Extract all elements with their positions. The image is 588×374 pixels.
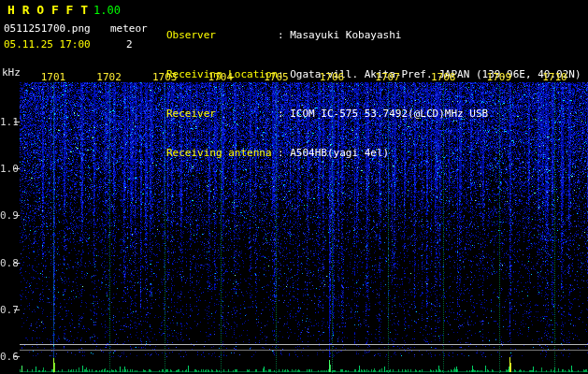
app-version: 1.00 (93, 4, 121, 17)
freq-axis-unit: kHz (2, 66, 21, 79)
meteor-counter-value: 2 (126, 38, 133, 50)
station-info: Observer: Masayuki Kobayashi Receiving L… (166, 3, 581, 186)
info-label-antenna: Receiving antenna (166, 147, 278, 160)
freq-tick-label: 0.8 (0, 257, 14, 269)
time-tick-label: 1707 (375, 71, 400, 83)
datetime-label: 05.11.25 17:00 (4, 38, 91, 50)
time-tick-label: 1704 (208, 71, 234, 83)
info-row-receiver: Receiver: ICOM IC-575 53.7492(@LCD)MHz U… (166, 108, 581, 121)
time-tick-label: 1703 (152, 71, 178, 83)
app-title: H R O F F T (7, 3, 88, 17)
time-tick-label: 1701 (41, 71, 66, 83)
output-filename: 0511251700.png (4, 22, 91, 35)
info-label-observer: Observer (166, 29, 278, 42)
time-tick-label: 1710 (542, 71, 567, 83)
hrofft-screen: H R O F F T 1.00 0511251700.png meteor 2… (0, 0, 588, 374)
time-tick-label: 1702 (96, 71, 122, 83)
freq-tick-label: 1.1 (0, 116, 14, 128)
freq-tick-label: 0.7 (0, 304, 14, 316)
freq-tick-label: 0.9 (0, 209, 14, 222)
info-value-antenna: : A504HB(yagi 4el) (278, 147, 389, 159)
info-value-receiver: : ICOM IC-575 53.7492(@LCD)MHz USB (278, 108, 488, 120)
info-row-antenna: Receiving antenna: A504HB(yagi 4el) (166, 147, 581, 160)
time-tick-label: 1708 (431, 71, 456, 83)
time-tick-label: 1709 (487, 71, 512, 83)
info-label-receiver: Receiver (166, 108, 278, 121)
meteor-counter-label: meteor (110, 22, 148, 35)
freq-tick-label: 1.0 (0, 163, 14, 175)
info-row-observer: Observer: Masayuki Kobayashi (166, 29, 581, 42)
freq-tick-label: 0.6 (0, 351, 14, 363)
time-tick-label: 1706 (320, 71, 345, 83)
info-value-observer: : Masayuki Kobayashi (278, 29, 401, 41)
time-tick-label: 1705 (264, 71, 289, 83)
